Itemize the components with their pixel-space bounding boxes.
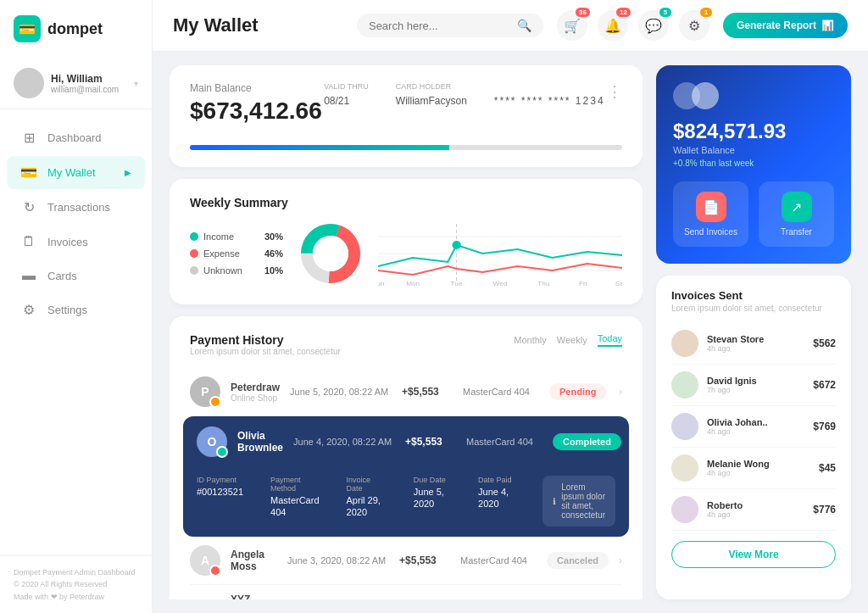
sidebar-item-invoices[interactable]: 🗒 Invoices bbox=[7, 226, 145, 258]
status-badge: Pending bbox=[549, 383, 606, 400]
invoice-avatar bbox=[671, 413, 698, 440]
balance-progress-bar bbox=[190, 145, 622, 150]
avatar bbox=[14, 68, 44, 98]
sidebar-item-dashboard[interactable]: ⊞ Dashboard bbox=[7, 121, 145, 154]
user-profile[interactable]: Hi, William william@mail.com ▾ bbox=[0, 58, 152, 109]
generate-report-button[interactable]: Generate Report 📊 bbox=[723, 13, 848, 38]
invoice-name: Roberto bbox=[707, 500, 804, 510]
settings-notification[interactable]: ⚙1 bbox=[679, 10, 709, 41]
payer-info: Peterdraw Online Shop bbox=[231, 382, 280, 403]
send-invoices-button[interactable]: 📄 Send Invoices bbox=[673, 181, 748, 247]
method-value: MasterCard 404 bbox=[270, 495, 319, 517]
date-paid-col: Date Paid June 4, 2020 bbox=[478, 476, 515, 527]
invoice-time: 4h ago bbox=[707, 510, 804, 519]
sidebar-item-transactions[interactable]: ↻ Transactions bbox=[7, 191, 145, 224]
sidebar: 💳 dompet Hi, William william@mail.com ▾ … bbox=[0, 0, 153, 613]
chevron-right-icon[interactable]: › bbox=[619, 386, 622, 398]
view-more-button[interactable]: View More bbox=[671, 541, 836, 568]
sidebar-item-label: My Wallet bbox=[47, 166, 96, 179]
search-icon: 🔍 bbox=[517, 19, 531, 32]
sidebar-item-cards[interactable]: ▬ Cards bbox=[7, 259, 145, 292]
payment-date: June 4, 2020, 08:22 AM bbox=[293, 437, 395, 447]
invoice-icon: 📄 bbox=[696, 192, 726, 222]
payment-history-card: Payment History Lorem ipsum dolor sit am… bbox=[170, 316, 643, 599]
valid-thru-label: VALID THRU bbox=[324, 82, 369, 91]
card-holder-label: CARD HOLDER bbox=[396, 82, 467, 91]
cart-notification[interactable]: 🛒36 bbox=[557, 10, 587, 41]
card-number-value: **** **** **** 1234 bbox=[494, 95, 605, 107]
legend: Income 30% Expense 46% Unknown 10% bbox=[190, 231, 283, 276]
sidebar-item-label: Settings bbox=[47, 304, 87, 316]
card-number-item: **** **** **** 1234 bbox=[494, 82, 605, 108]
invoice-item: David Ignis 7h ago $672 bbox=[671, 365, 836, 406]
payment-history-title: Payment History bbox=[190, 333, 341, 347]
content-main: Main Balance $673,412.66 VALID THRU 08/2… bbox=[170, 65, 643, 599]
payer-name: Peterdraw bbox=[231, 382, 280, 393]
balance-card-header: Main Balance $673,412.66 VALID THRU 08/2… bbox=[190, 82, 622, 135]
filter-monthly[interactable]: Monthly bbox=[514, 335, 547, 345]
bell-notification[interactable]: 🔔12 bbox=[598, 10, 628, 41]
date-paid-label: Date Paid bbox=[478, 476, 515, 484]
income-dot bbox=[190, 232, 198, 241]
filter-today[interactable]: Today bbox=[598, 333, 622, 347]
sidebar-item-my-wallet[interactable]: 💳 My Wallet ▶ bbox=[7, 156, 145, 189]
id-payment-col: ID Payment #00123521 bbox=[197, 476, 243, 527]
transfer-icon: ↗ bbox=[782, 192, 812, 222]
invoice-name: Stevan Store bbox=[707, 334, 804, 344]
dashboard-icon: ⊞ bbox=[20, 130, 37, 146]
circle-right bbox=[692, 82, 719, 109]
info-icon: ℹ bbox=[553, 497, 556, 506]
svg-text:Sun: Sun bbox=[378, 280, 384, 287]
invoice-item: Stevan Store 4h ago $562 bbox=[671, 323, 836, 365]
invoice-amount: $672 bbox=[813, 379, 836, 391]
expense-dot bbox=[190, 249, 198, 258]
invoice-name: Melanie Wong bbox=[707, 459, 810, 469]
invoice-amount: $45 bbox=[819, 462, 836, 474]
card-holder-item: CARD HOLDER WilliamFacyson bbox=[396, 82, 467, 108]
svg-text:Wed: Wed bbox=[493, 280, 508, 287]
payment-header: Payment History Lorem ipsum dolor sit am… bbox=[190, 333, 622, 356]
invoice-time: 4h ago bbox=[707, 344, 804, 353]
payment-title-area: Payment History Lorem ipsum dolor sit am… bbox=[190, 333, 341, 356]
id-label: ID Payment bbox=[197, 476, 243, 484]
balance-label: Main Balance bbox=[190, 82, 322, 94]
topbar-icons: 🛒36 🔔12 💬5 ⚙1 bbox=[557, 10, 709, 41]
payment-row: A Angela Moss June 3, 2020, 08:22 AM +$5… bbox=[190, 537, 622, 585]
legend-unknown: Unknown 10% bbox=[190, 265, 283, 276]
search-box[interactable]: 🔍 bbox=[357, 14, 543, 37]
unknown-pct: 10% bbox=[264, 265, 283, 276]
main-area: My Wallet 🔍 🛒36 🔔12 💬5 ⚙1 Generate Repor… bbox=[153, 0, 868, 613]
status-indicator bbox=[209, 565, 221, 577]
expanded-details: ID Payment #00123521 Payment Method Mast… bbox=[197, 467, 615, 527]
message-notification[interactable]: 💬5 bbox=[638, 10, 669, 41]
due-date-value: June 5, 2020 bbox=[414, 487, 444, 509]
balance-amount: $673,412.66 bbox=[190, 98, 322, 125]
status-badge: Completed bbox=[553, 433, 621, 450]
sidebar-item-settings[interactable]: ⚙ Settings bbox=[7, 293, 145, 326]
filter-tabs: Monthly Weekly Today bbox=[514, 333, 622, 347]
payment-row: P Peterdraw Online Shop June 5, 2020, 08… bbox=[190, 368, 622, 416]
more-options-icon[interactable]: ⋮ bbox=[607, 82, 622, 101]
filter-weekly[interactable]: Weekly bbox=[557, 335, 587, 345]
invoice-item: Olivia Johan.. 4h ago $769 bbox=[671, 406, 836, 448]
bell-badge: 12 bbox=[616, 8, 631, 17]
search-input[interactable] bbox=[369, 20, 510, 32]
line-chart: Sun Mon Tue Wed Thu Fri Sat bbox=[378, 220, 622, 287]
invoice-time: 4h ago bbox=[707, 469, 810, 477]
note-text: Lorem ipsum dolor sit amet, consectetur bbox=[561, 482, 605, 520]
invoice-info: David Ignis 7h ago bbox=[707, 376, 804, 394]
weekly-summary-title: Weekly Summary bbox=[190, 196, 622, 209]
avatar-wrap: A bbox=[190, 545, 220, 576]
svg-point-9 bbox=[452, 241, 460, 249]
invoice-time: 4h ago bbox=[707, 427, 804, 436]
chevron-right-icon: ▶ bbox=[125, 168, 131, 177]
chart-icon: 📊 bbox=[821, 20, 834, 31]
transfer-button[interactable]: ↗ Transfer bbox=[759, 181, 834, 247]
id-value: #00123521 bbox=[197, 487, 243, 497]
chevron-right-icon[interactable]: › bbox=[619, 554, 622, 566]
invoice-avatar bbox=[671, 371, 698, 398]
status-indicator bbox=[209, 396, 221, 408]
weekly-summary-content: Income 30% Expense 46% Unknown 10% bbox=[190, 220, 622, 287]
invoice-amount: $562 bbox=[813, 337, 836, 349]
chevron-up-icon[interactable]: ▲ bbox=[632, 436, 642, 448]
